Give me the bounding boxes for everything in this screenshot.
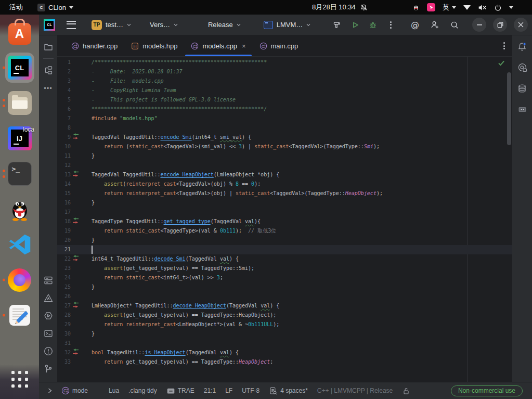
close-button[interactable] <box>514 18 528 32</box>
line-number[interactable]: 6 <box>57 105 71 114</box>
indent-widget[interactable]: 4 spaces* <box>264 382 313 399</box>
code-line[interactable]: 9TaggedVal TaggedUtil::encode_Smi(int64_… <box>57 133 512 142</box>
code-with-me-button[interactable] <box>427 18 442 32</box>
activities-button[interactable]: 活动 <box>7 3 25 12</box>
editor-scrollbar[interactable] <box>507 72 511 145</box>
goto-related-gutter-icon[interactable] <box>72 170 82 179</box>
line-number[interactable]: 26 <box>57 292 71 301</box>
dock-terminal[interactable]: >_ <box>0 156 39 191</box>
line-number[interactable]: 12 <box>57 161 71 170</box>
code-line[interactable]: 27LmHeapObject* TaggedUtil::decode_HeapO… <box>57 301 512 311</box>
tab-models.hpp[interactable]: Hmodels.hpp <box>124 35 184 56</box>
code-line[interactable]: 25} <box>57 282 512 292</box>
line-number[interactable]: 19 <box>57 226 71 236</box>
code-line[interactable]: 20} <box>57 236 512 245</box>
line-number[interactable]: 32 <box>57 348 71 357</box>
code-line[interactable]: 6***************************************… <box>57 105 512 114</box>
tab-options-button[interactable] <box>503 42 505 49</box>
goto-related-gutter-icon[interactable] <box>72 348 82 357</box>
terminal-quick-button[interactable] <box>43 382 57 399</box>
input-method-indicator[interactable]: 英 <box>443 3 456 12</box>
wifi-icon[interactable] <box>463 5 471 10</box>
code-line[interactable]: 10 return (static_cast<TaggedVal>(smi_va… <box>57 142 512 151</box>
code-line[interactable]: 5- This project is followed GPL-3.0 lice… <box>57 95 512 105</box>
license-badge[interactable]: Non-commercial use <box>451 385 523 396</box>
code-line[interactable]: 1/**************************************… <box>57 58 512 67</box>
line-number[interactable]: 22 <box>57 254 71 264</box>
line-number[interactable]: 14 <box>57 179 71 189</box>
code-line[interactable]: 8 <box>57 123 512 133</box>
line-number[interactable]: 28 <box>57 311 71 320</box>
code-line[interactable]: 29 return reinterpret_cast<LmHeapObject*… <box>57 320 512 329</box>
structure-tool-button[interactable] <box>40 61 57 79</box>
line-number[interactable]: 5 <box>57 95 71 105</box>
dock-firefox[interactable] <box>0 262 39 298</box>
close-tab-icon[interactable]: × <box>242 42 246 50</box>
line-number[interactable]: 7 <box>57 114 71 123</box>
tab-main.cpp[interactable]: Cmain.cpp <box>253 35 305 56</box>
build-button[interactable] <box>329 18 344 32</box>
dock-show-applications[interactable] <box>0 362 39 397</box>
line-number[interactable]: 9 <box>57 133 71 142</box>
line-separator-widget[interactable]: LF <box>220 382 237 399</box>
trae-widget[interactable]: TRAE <box>162 382 199 399</box>
line-number[interactable]: 8 <box>57 123 71 133</box>
line-number[interactable]: 2 <box>57 67 71 76</box>
line-number[interactable]: 21 <box>57 245 71 254</box>
code-line[interactable]: 23 assert(get_tagged_type(val) == Tagged… <box>57 264 512 273</box>
app-menu[interactable]: C CLion <box>37 4 73 11</box>
line-number[interactable]: 24 <box>57 273 71 282</box>
more-actions-button[interactable] <box>383 18 398 32</box>
maximize-button[interactable] <box>493 18 507 32</box>
volume-muted-icon[interactable] <box>478 4 487 11</box>
search-everywhere-button[interactable] <box>447 18 462 32</box>
line-number[interactable]: 15 <box>57 189 71 198</box>
dock-ubuntu-software[interactable]: A <box>0 15 39 50</box>
clock-widget[interactable]: 8月28日 10:34 <box>312 0 368 15</box>
code-line[interactable]: 13TaggedVal TaggedUtil::encode_HeapObjec… <box>57 170 512 179</box>
code-line[interactable]: 19 return static_cast<TaggedType>(val & … <box>57 226 512 236</box>
dock-files[interactable] <box>0 85 39 121</box>
line-number[interactable]: 23 <box>57 264 71 273</box>
project-tool-button[interactable] <box>40 38 57 56</box>
line-number[interactable]: 4 <box>57 86 71 95</box>
code-line[interactable]: 12 <box>57 161 512 170</box>
code-line[interactable]: 7#include "models.hpp" <box>57 114 512 123</box>
code-line[interactable]: 24 return static_cast<int64_t>(val) >> 3… <box>57 273 512 282</box>
version-control-tool-button[interactable] <box>40 360 57 378</box>
dock-clion[interactable]: CL <box>0 50 39 85</box>
goto-related-gutter-icon[interactable] <box>72 217 82 226</box>
code-line[interactable]: 33 return get_tagged_type(val) == Tagged… <box>57 357 512 367</box>
line-number[interactable]: 18 <box>57 217 71 226</box>
line-number[interactable]: 17 <box>57 208 71 217</box>
goto-related-gutter-icon[interactable] <box>72 133 82 142</box>
qq-tray-icon[interactable] <box>412 4 420 11</box>
code-line[interactable]: 21 <box>57 245 512 254</box>
notifications-button[interactable] <box>513 38 531 56</box>
goto-related-gutter-icon[interactable] <box>72 301 82 311</box>
power-icon[interactable] <box>494 4 502 11</box>
minimize-button[interactable] <box>472 18 486 32</box>
line-number[interactable]: 13 <box>57 170 71 179</box>
code-line[interactable]: 2- Date: 2025.08.28 01:37 <box>57 67 512 76</box>
code-line[interactable]: 16} <box>57 198 512 208</box>
code-line[interactable]: 31 <box>57 339 512 348</box>
problems-tool-button[interactable] <box>40 289 57 307</box>
line-number[interactable]: 33 <box>57 357 71 367</box>
mode-widget[interactable]: C mode <box>57 382 93 399</box>
line-number[interactable]: 27 <box>57 301 71 311</box>
code-line[interactable]: 4- CopyRight Lamina Team <box>57 86 512 95</box>
code-line[interactable]: 32bool TaggedUtil::is_HeapObject(TaggedV… <box>57 348 512 357</box>
tab-handler.cpp[interactable]: Chandler.cpp <box>64 35 124 56</box>
clang-tidy-widget[interactable]: .clang-tidy <box>124 382 162 399</box>
database-tool-button[interactable] <box>513 80 531 97</box>
code-line[interactable]: 3- File: models.cpp <box>57 76 512 86</box>
inspections-ok-check-icon[interactable] <box>498 60 505 66</box>
dock-text-editor[interactable] <box>0 298 39 333</box>
more-tool-windows-button[interactable]: ••• <box>40 79 57 97</box>
code-line[interactable]: 26 <box>57 292 512 301</box>
code-line[interactable]: 11} <box>57 151 512 161</box>
lua-widget[interactable]: Lua <box>104 382 124 399</box>
run-config-selector[interactable]: LMVM… <box>261 19 314 31</box>
dock-vscode[interactable] <box>0 227 39 262</box>
